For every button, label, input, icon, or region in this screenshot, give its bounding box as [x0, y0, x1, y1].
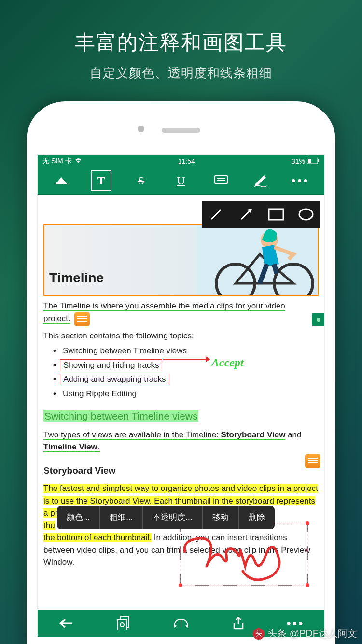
promo-subtitle: 自定义颜色、透明度和线条粗细	[0, 65, 362, 82]
handwritten-accept: Accept	[211, 354, 244, 371]
svg-rect-16	[118, 619, 126, 630]
phone-camera	[138, 126, 144, 132]
sticky-note-icon[interactable]	[74, 312, 90, 326]
more-button[interactable]: •••	[291, 170, 311, 191]
watermark: 头 头条 @PDF达人阿文	[253, 627, 357, 640]
side-tag-icon[interactable]	[312, 313, 325, 326]
battery-percent: 31%	[292, 157, 305, 165]
list-item: Adding and swapping tracks	[53, 373, 319, 386]
arrow-annotation[interactable]	[163, 355, 211, 364]
handwritten-signature[interactable]	[180, 532, 296, 581]
svg-rect-2	[318, 159, 319, 162]
ctx-color[interactable]: 颜色...	[57, 506, 100, 529]
doc-paragraph-2: This section contains the following topi…	[43, 330, 319, 342]
sim-status: 无 SIM 卡	[42, 157, 72, 166]
svg-rect-8	[269, 209, 283, 220]
svg-point-9	[299, 209, 313, 220]
strikethrough-tool[interactable]: S	[131, 170, 151, 191]
app-screen: 无 SIM 卡 11:54 31% T S U	[37, 154, 325, 637]
resize-handle[interactable]	[306, 583, 309, 587]
ctx-move[interactable]: 移动	[203, 506, 239, 529]
status-bar: 无 SIM 卡 11:54 31%	[38, 155, 324, 168]
resize-handle[interactable]	[179, 583, 182, 587]
cyclist-image	[197, 224, 319, 296]
line-tool[interactable]	[207, 205, 226, 224]
doc-paragraph-3: Two types of views are available in the …	[43, 429, 319, 453]
list-item: Using Ripple Editing	[53, 388, 319, 400]
battery-icon	[307, 157, 320, 165]
wifi-icon	[75, 157, 82, 165]
share-button[interactable]	[228, 613, 249, 633]
collapse-button[interactable]	[51, 170, 71, 191]
svg-rect-1	[308, 159, 311, 163]
doc-heading-2: Switching between Timeline views	[43, 408, 319, 424]
svg-rect-3	[215, 175, 227, 184]
pages-button[interactable]	[113, 613, 134, 633]
note-tool[interactable]	[211, 170, 231, 191]
resize-handle[interactable]	[306, 521, 309, 525]
document-content[interactable]: Timeline The Timeline is where you assem…	[38, 195, 324, 574]
bookmark-button[interactable]	[171, 613, 191, 633]
phone-speaker	[162, 128, 200, 133]
ctx-delete[interactable]: 删除	[239, 506, 275, 529]
annotation-toolbar: T S U •••	[38, 168, 324, 195]
underline-tool[interactable]: U	[171, 170, 191, 191]
svg-line-6	[211, 210, 221, 219]
doc-heading-3: Storyboard View	[43, 464, 319, 478]
text-tool[interactable]: T	[91, 170, 111, 191]
svg-line-7	[241, 210, 250, 219]
caret-up-icon	[56, 177, 67, 184]
clock: 11:54	[178, 157, 195, 165]
sticky-note-icon[interactable]	[305, 454, 320, 468]
doc-paragraph-1: The Timeline is where you assemble the m…	[43, 300, 319, 326]
bullet-list: Switching between Timeline views Showing…	[53, 345, 319, 400]
rectangle-tool[interactable]	[266, 205, 286, 224]
ctx-opacity[interactable]: 不透明度...	[143, 506, 202, 529]
arrow-tool[interactable]	[237, 205, 256, 224]
ellipse-tool[interactable]	[296, 205, 316, 224]
phone-frame: 无 SIM 卡 11:54 31% T S U	[27, 101, 335, 644]
shape-popup	[202, 201, 320, 228]
pen-tool[interactable]	[251, 170, 271, 191]
ctx-weight[interactable]: 粗细...	[100, 506, 143, 529]
watermark-icon: 头	[253, 628, 265, 640]
context-menu: 颜色... 粗细... 不透明度... 移动 删除	[57, 506, 275, 529]
promo-title: 丰富的注释和画图工具	[0, 29, 362, 56]
hero-image-box: Timeline	[43, 224, 319, 296]
back-button[interactable]	[56, 613, 76, 633]
